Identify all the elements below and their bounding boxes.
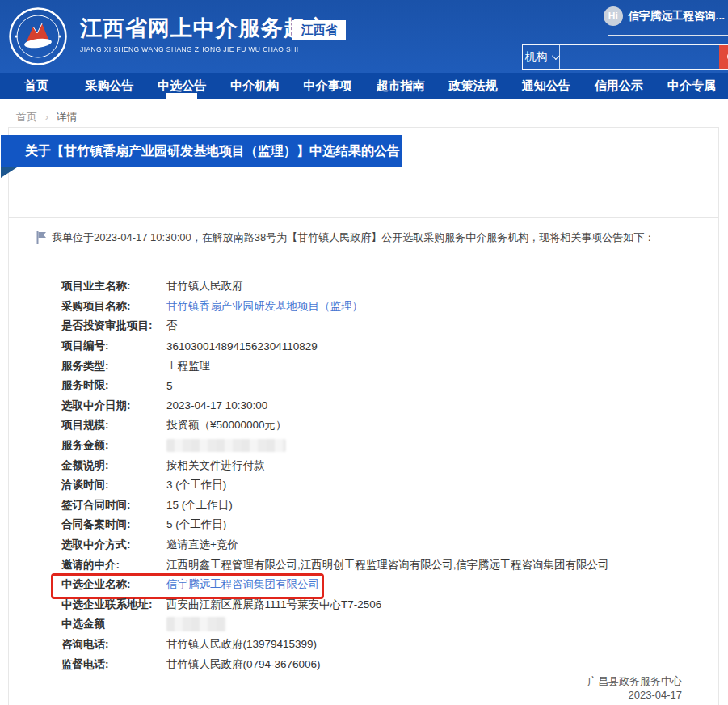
nav-item-selection-announcements[interactable]: 中选公告 [145,73,218,99]
search-bar: 机构 [522,44,728,70]
detail-row-service-period: 服务时限: 5 [61,376,707,396]
detail-row-contract-signing-time: 签订合同时间: 15 (个工作日) [61,496,707,516]
detail-row-project-name: 采购项目名称: 甘竹镇香扇产业园研发基地项目（监理） [61,297,707,317]
announcement-title-banner: 关于【甘竹镇香扇产业园研发基地项目（监理）】中选结果的公告 [1,135,402,167]
breadcrumb: 首页 › 详情 [16,110,728,125]
user-name[interactable]: 信宇腾远工程咨询... [629,9,725,23]
flag-icon [36,231,47,244]
user-underline-divider [608,35,728,36]
detail-row-selected-amount: 中选金额 [61,614,707,635]
site-title-block: 江西省网上中介服务超市 JIANG XI SHENG WANG SHANG ZH… [80,14,329,53]
nav-item-notices[interactable]: 通知公告 [510,73,583,99]
search-category-dropdown[interactable]: 机构 [523,45,560,69]
nav-item-home[interactable]: 首页 [0,73,73,99]
signature-date: 2023-04-17 [587,688,682,702]
detail-row-contract-filing-time: 合同备案时间: 5 (个工作日) [61,515,707,535]
project-name-link[interactable]: 甘竹镇香扇产业园研发基地项目（监理） [166,299,363,314]
site-header: 江西省网上中介服务超市 JIANG XI SHENG WANG SHANG ZH… [0,0,728,73]
avatar[interactable]: Hi [604,6,623,26]
detail-row-amount-note: 金额说明: 按相关文件进行付款 [61,455,707,475]
detail-row-investment-approval: 是否投资审批项目: 否 [61,316,707,336]
detail-row-selection-date: 选取中介日期: 2023-04-17 10:30:00 [61,396,707,416]
detail-row-project-scale: 项目规模: 投资额（¥50000000元） [61,416,707,436]
detail-row-selected-company: 中选企业名称: 信宇腾远工程咨询集团有限公司 [61,575,707,595]
announcement-text: 我单位于2023-04-17 10:30:00，在解放南路38号为【甘竹镇人民政… [52,230,654,245]
breadcrumb-separator: › [45,111,48,123]
search-button[interactable] [719,45,728,69]
chevron-down-icon [552,52,560,60]
detail-row-inquiry-phone: 咨询电话: 甘竹镇人民政府(13979415399) [61,635,707,655]
search-category-label: 机构 [525,50,548,65]
detail-row-selected-company-address: 中选企业联系地址: 西安曲江新区雁展路1111号莱安中心T7-2506 [61,595,707,615]
site-subtitle: JIANG XI SHENG WANG SHANG ZHONG JIE FU W… [80,45,329,53]
detail-row-project-number: 项目编号: 3610300148941562304110829 [61,336,707,357]
nav-item-market-guide[interactable]: 超市指南 [364,73,436,99]
search-input[interactable] [560,45,719,69]
breadcrumb-home[interactable]: 首页 [16,111,37,123]
content-divider [9,217,718,218]
site-title: 江西省网上中介服务超市 [80,14,329,43]
breadcrumb-current: 详情 [57,111,78,123]
signature-block: 广昌县政务服务中心 2023-04-17 [587,674,682,702]
detail-row-service-amount: 服务金额: [61,436,707,456]
nav-item-procurement-announcements[interactable]: 采购公告 [73,73,145,99]
nav-item-policies[interactable]: 政策法规 [437,73,510,99]
detail-row-invited-intermediaries: 邀请的中介: 江西明鑫工程管理有限公司,江西明创工程监理咨询有限公司,信宇腾远工… [61,555,707,575]
region-selector-button[interactable]: 江西省 [292,20,346,40]
announcement-summary: 我单位于2023-04-17 10:30:00，在解放南路38号为【甘竹镇人民政… [36,230,707,245]
detail-row-project-owner: 项目业主名称: 甘竹镇人民政府 [61,277,707,297]
nav-item-intermediary-matters[interactable]: 中介事项 [291,73,364,99]
masked-value [166,439,286,452]
selected-company-link[interactable]: 信宇腾远工程咨询集团有限公司 [166,577,319,592]
detail-row-supervision-phone: 监督电话: 甘竹镇人民政府(0794-3676006) [61,654,707,674]
details-list: 项目业主名称: 甘竹镇人民政府 采购项目名称: 甘竹镇香扇产业园研发基地项目（监… [61,277,707,674]
detail-row-negotiation-time: 洽谈时间: 3 (个工作日) [61,475,707,496]
nav-item-credit-publicity[interactable]: 信用公示 [583,73,655,99]
main-nav: 首页 采购公告 中选公告 中介机构 中介事项 超市指南 政策法规 通知公告 信用… [0,73,728,99]
nav-item-intermediary-agencies[interactable]: 中介机构 [218,73,291,99]
banner-fold-triangle [1,167,17,178]
site-logo-icon [8,6,68,66]
detail-row-selection-method: 选取中介方式: 邀请直选+竞价 [61,535,707,555]
detail-row-service-type: 服务类型: 工程监理 [61,356,707,376]
signature-org: 广昌县政务服务中心 [587,674,682,688]
user-account[interactable]: Hi 信宇腾远工程咨询... [604,6,725,26]
announcement-card: 关于【甘竹镇香扇产业园研发基地项目（监理）】中选结果的公告 我单位于2023-0… [8,127,719,705]
nav-item-intermediary-exclusive[interactable]: 中介专属 [655,73,728,99]
masked-value [166,617,226,631]
